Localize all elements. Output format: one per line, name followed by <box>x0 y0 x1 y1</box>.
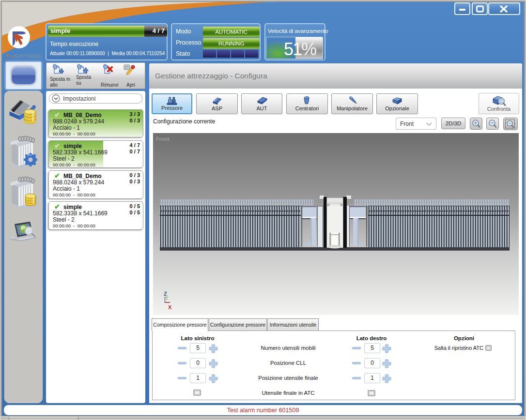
svg-text:Y: Y <box>165 296 169 301</box>
svg-text:X: X <box>168 304 172 310</box>
